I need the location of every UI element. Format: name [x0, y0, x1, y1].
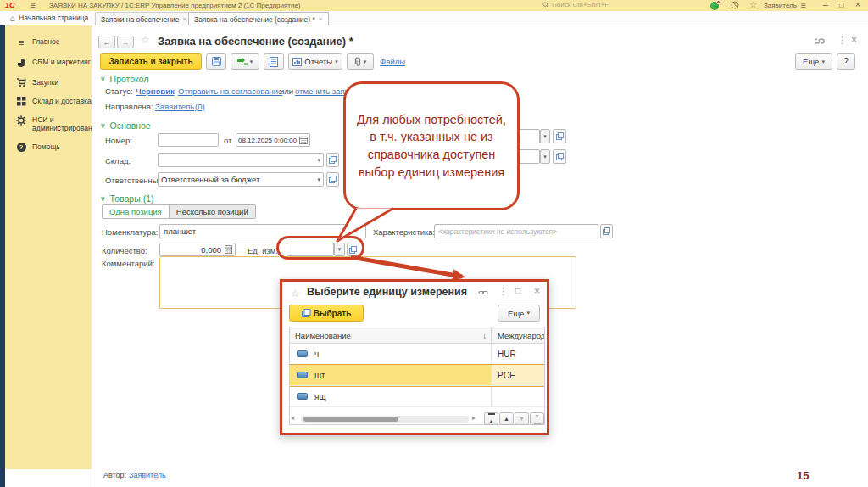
nav-bottom-icon: ▼	[534, 413, 540, 419]
unit-row[interactable]: ч HUR	[290, 344, 544, 365]
sidebar-item-help[interactable]: ? Помощь	[5, 143, 92, 152]
directed-count-link[interactable]: (0)	[195, 102, 205, 111]
tab-home[interactable]: ⌂ Начальная страница	[5, 11, 93, 25]
dialog-more-menu-icon[interactable]: ⋮	[498, 286, 508, 297]
scroll-up-button[interactable]: ▲	[499, 412, 514, 425]
sidebar-item-crm[interactable]: CRM и маркетинг	[5, 58, 92, 67]
sidebar-item-warehouse[interactable]: Склад и доставка	[5, 97, 92, 106]
nav-top-icon: ▲	[488, 418, 494, 424]
sidebar-item-main[interactable]: ≡ Главное	[5, 37, 92, 47]
truncated-field-2-dropdown-button[interactable]: ▾	[540, 149, 550, 164]
tab-single-position[interactable]: Одна позиция	[102, 204, 170, 219]
truncated-field-1-open-button[interactable]	[553, 129, 566, 143]
send-for-approval-link[interactable]: Отправить на согласование	[178, 87, 282, 96]
quantity-input[interactable]: 0,000	[159, 243, 236, 256]
dropdown-icon: ▾	[526, 310, 530, 316]
document-structure-button[interactable]	[264, 53, 284, 70]
dropdown-icon[interactable]: ▾	[317, 157, 320, 164]
dropdown-icon[interactable]: ▾	[317, 176, 320, 183]
get-link-icon[interactable]	[815, 37, 825, 45]
files-link[interactable]: Файлы	[380, 57, 405, 66]
section-goods-header[interactable]: ∨ Товары (1)	[100, 193, 153, 204]
calculator-icon[interactable]	[225, 245, 232, 254]
section-main-label: Основное	[110, 120, 151, 131]
dropdown-icon: ▾	[543, 133, 547, 140]
list-icon: ≡	[16, 37, 26, 47]
status-value-link[interactable]: Черновик	[136, 87, 175, 96]
main-menu-icon[interactable]: ≡	[31, 1, 36, 10]
from-label: от	[224, 136, 231, 145]
more-menu-icon[interactable]: ⋮	[837, 35, 847, 46]
truncated-field-2-open-button[interactable]	[553, 149, 566, 164]
scroll-right-icon[interactable]: ▸	[472, 414, 476, 422]
tab-multiple-positions[interactable]: Несколько позиций	[170, 204, 256, 219]
scroll-to-top-button[interactable]: ▲	[484, 412, 498, 425]
tab-supply-requests-list[interactable]: Заявки на обеспечение ×	[95, 12, 192, 25]
tab-close-icon[interactable]: ×	[319, 15, 323, 23]
post-document-button[interactable]: ▾	[231, 53, 259, 70]
attachments-button[interactable]: ▾	[347, 53, 374, 70]
directed-user-link[interactable]: Заявитель	[155, 102, 194, 111]
unit-icon	[297, 393, 308, 400]
back-button[interactable]: ←	[98, 36, 115, 48]
history-icon[interactable]	[731, 1, 739, 9]
horizontal-scrollbar-thumb[interactable]	[303, 417, 398, 422]
unit-row[interactable]: ящ	[290, 386, 544, 407]
dialog-more-button[interactable]: Еще ▾	[498, 305, 540, 322]
tab-bar: ⌂ Начальная страница Заявки на обеспечен…	[0, 11, 868, 25]
warehouse-label: Склад:	[105, 156, 131, 165]
global-search-input[interactable]: Поиск Ctrl+Shift+F	[542, 1, 609, 8]
responsible-select[interactable]: Ответственный за бюджет ▾	[158, 172, 324, 187]
responsible-open-button[interactable]	[326, 172, 339, 187]
truncated-field-1-dropdown-button[interactable]: ▾	[540, 129, 550, 143]
unit-row-selected[interactable]: шт PCE	[290, 365, 544, 386]
section-main-header[interactable]: ∨ Основное	[100, 120, 151, 131]
dialog-close-icon[interactable]: ×	[534, 285, 540, 297]
dialog-star-icon[interactable]: ☆	[291, 288, 300, 299]
number-input[interactable]	[158, 133, 219, 147]
scroll-to-bottom-button[interactable]: ▼	[530, 412, 544, 425]
help-button[interactable]: ?	[837, 53, 855, 70]
author-link[interactable]: Заявитель	[129, 471, 166, 479]
favorites-star-icon[interactable]: ☆	[749, 0, 757, 9]
scroll-left-icon[interactable]: ◂	[291, 414, 294, 422]
service-menu-icon[interactable]: ≡	[801, 1, 806, 10]
dialog-select-button[interactable]: Выбрать	[289, 305, 364, 322]
favorite-star-icon[interactable]: ☆	[141, 34, 150, 46]
position-mode-tabs: Одна позиция Несколько позиций	[102, 204, 256, 219]
save-and-close-button[interactable]: Записать и закрыть	[100, 53, 202, 70]
sidebar-item-purchases[interactable]: Закупки	[5, 78, 92, 87]
column-intl-label: Международ	[498, 331, 544, 340]
dialog-link-icon[interactable]	[478, 288, 488, 297]
reports-button[interactable]: Отчеты ▾	[288, 53, 342, 70]
unit-select-dialog: ☆ Выберите единицу измерения ⋮ □ × Выбра…	[280, 279, 549, 435]
sidebar-item-nsi-admin[interactable]: НСИ и администрирование	[5, 115, 90, 132]
current-user[interactable]: Заявитель	[764, 2, 797, 9]
collapse-icon: ∨	[100, 194, 106, 203]
help-label: ?	[843, 57, 849, 66]
column-header-name[interactable]: Наименование ↓	[290, 327, 492, 343]
characteristic-open-button[interactable]	[600, 224, 613, 238]
date-input[interactable]: 08.12.2025 0:00:00	[236, 133, 310, 147]
warehouse-select[interactable]: ▾	[158, 153, 324, 167]
maximize-icon[interactable]: □	[839, 1, 843, 9]
section-protocol-header[interactable]: ∨ Протокол	[100, 74, 149, 84]
warehouse-open-button[interactable]	[326, 153, 339, 167]
notification-badge	[716, 0, 721, 4]
column-header-intl[interactable]: Международ	[492, 327, 544, 343]
tab-supply-request-new[interactable]: Заявка на обеспечение (создание) * ×	[188, 12, 329, 25]
scroll-down-button[interactable]: ▼	[515, 412, 529, 425]
directed-label: Направлена:	[105, 102, 153, 111]
tab-label: Начальная страница	[19, 14, 88, 22]
dialog-maximize-icon[interactable]: □	[515, 286, 520, 295]
save-button[interactable]	[206, 53, 226, 70]
dropdown-icon: ▾	[250, 59, 253, 65]
close-form-icon[interactable]: ×	[851, 34, 857, 46]
close-window-icon[interactable]: ×	[855, 0, 860, 9]
tab-close-icon[interactable]: ×	[182, 15, 186, 23]
calendar-icon[interactable]	[299, 136, 308, 144]
forward-button[interactable]: →	[117, 36, 134, 48]
more-actions-button[interactable]: Еще ▾	[795, 53, 832, 70]
characteristic-input[interactable]: <характеристики не используются>	[434, 224, 598, 238]
minimize-icon[interactable]: –	[823, 0, 828, 9]
